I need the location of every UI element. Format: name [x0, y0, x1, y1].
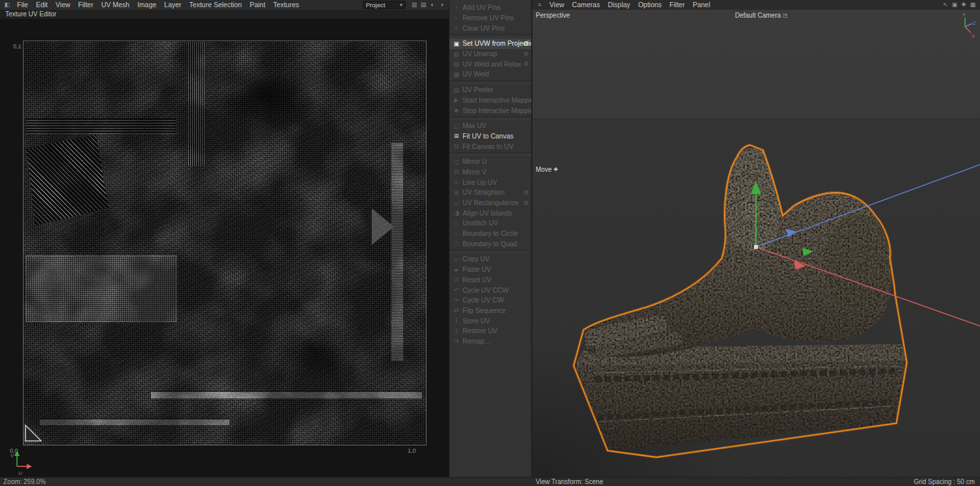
uv-command-clear-uv-pins[interactable]: ×Clear UV Pins [449, 23, 531, 33]
project-dropdown[interactable]: Project ▾ [363, 1, 406, 9]
boundary-quad-icon: □ [452, 240, 461, 247]
uv-canvas[interactable] [23, 40, 427, 446]
uv-command-set-uvw-from-projection[interactable]: ▣Set UVW from Projection⚙ [449, 39, 531, 49]
uv-command-label: Mirror V [463, 169, 487, 176]
viewport-menu-view[interactable]: View [546, 0, 568, 10]
viewport-menu-display[interactable]: Display [604, 0, 634, 10]
uv-command-boundary-to-circle[interactable]: ○Boundary to Circle [449, 229, 531, 239]
hamburger-icon[interactable]: ≡ [535, 0, 544, 10]
uv-command-label: Reset UV [463, 276, 491, 284]
y-axis-handle[interactable] [751, 181, 761, 194]
checkbox-icon: ▣ [452, 40, 461, 47]
uv-command-boundary-to-quad[interactable]: □Boundary to Quad [449, 238, 531, 249]
grid-spacing-status: Grid Spacing : 50 cm [914, 478, 975, 485]
viewport-menu: ViewCamerasDisplayOptionsFilterPanel [546, 0, 714, 10]
uv-command-copy-uv[interactable]: ▱Copy UV [449, 254, 531, 265]
uv-command-paste-uv[interactable]: ▰Paste UV [449, 265, 531, 275]
viewport-menu-cameras[interactable]: Cameras [568, 0, 604, 10]
uv-command-label: Copy UV [463, 255, 489, 263]
uv-command-fit-uv-to-canvas[interactable]: ⊞Fit UV to Canvas [449, 131, 531, 142]
uv-command-add-uv-pins[interactable]: +Add UV Pins [449, 3, 531, 13]
uv-command-unstitch-uv[interactable]: ◇Unstitch UV [449, 218, 531, 229]
uv-command-stop-interactive-mapping[interactable]: ■Stop Interactive Mapping [449, 105, 531, 116]
max-uv-icon: ◱ [452, 123, 461, 129]
uv-island-patch [40, 419, 229, 425]
uv-island-patch [188, 42, 204, 166]
uv-gap-patch [272, 322, 376, 381]
command-separator [449, 34, 531, 37]
uv-island-patch [25, 118, 176, 134]
uv-command-reset-uv[interactable]: ↺Reset UV [449, 275, 531, 285]
grid-icon[interactable]: ▦ [968, 0, 977, 10]
uv-command-align-uv-islands[interactable]: ◨Align UV Islands [449, 208, 531, 218]
menu-image[interactable]: Image [133, 0, 160, 10]
gear-icon[interactable]: ⚙ [523, 198, 529, 208]
pointer-icon[interactable]: ↖ [941, 0, 950, 10]
y-axis-label: Y [962, 12, 966, 18]
menu-layer[interactable]: Layer [160, 0, 185, 10]
unstitch-icon: ◇ [452, 220, 461, 227]
view-label[interactable]: Perspective [536, 12, 570, 19]
menu-uv-mesh[interactable]: UV Mesh [97, 0, 133, 10]
view-axis-gizmo[interactable]: Y Z X [955, 11, 977, 40]
gradation-icon[interactable]: ▤ [419, 0, 428, 10]
application-window: ◧ FileEditViewFilterUV MeshImageLayerTex… [0, 0, 980, 486]
menu-texture-selection[interactable]: Texture Selection [186, 0, 246, 10]
uv-command-uv-rectangularize[interactable]: ▭UV Rectangularize⚙ [449, 198, 531, 208]
uv-island-patch [27, 135, 108, 226]
uv-command-uv-straighten[interactable]: ≣UV Straighten⚙ [449, 187, 531, 198]
window-layout-icon[interactable]: ◧ [3, 0, 12, 10]
uv-command-store-uv[interactable]: ↧Store UV [449, 316, 531, 326]
uv-command-remove-uv-pins[interactable]: −Remove UV Pins [449, 13, 531, 24]
uv-command-mirror-u[interactable]: ◫Mirror U [449, 157, 531, 167]
uv-coordinate-label-bottom-right: 1,0 [408, 447, 416, 454]
lock-icon[interactable]: ▣ [950, 0, 959, 10]
gear-icon[interactable]: ⚙ [523, 59, 529, 69]
gear-icon[interactable]: ⚙ [523, 39, 529, 49]
uv-command-restore-uv[interactable]: ↥Restore UV [449, 326, 531, 336]
uv-command-uv-peeler[interactable]: ▤UV Peeler [449, 85, 531, 95]
uv-command-uv-weld[interactable]: ▦UV Weld [449, 69, 531, 80]
menu-filter[interactable]: Filter [74, 0, 97, 10]
mirror-u-icon: ◫ [452, 159, 461, 165]
uv-command-mirror-v[interactable]: ⊟Mirror V [449, 167, 531, 178]
sphinx-model[interactable] [532, 10, 980, 477]
uv-command-max-uv[interactable]: ◱Max UV [449, 121, 531, 131]
unwrap-icon: ▨ [452, 51, 461, 57]
menu-view[interactable]: View [52, 0, 74, 10]
x-axis-handle[interactable] [794, 261, 806, 270]
uv-command-line-up-uv[interactable]: ≡Line Up UV [449, 177, 531, 187]
uv-command-cycle-uv-ccw[interactable]: ↶Cycle UV CCW [449, 285, 531, 295]
compare-a-icon[interactable]: ◐ [428, 0, 437, 10]
uv-command-remap[interactable]: ⇉Remap... [449, 336, 531, 347]
straighten-icon: ≣ [452, 189, 461, 196]
tool-label: Move ✚ [536, 166, 558, 173]
camera-label[interactable]: Default Camera ◳ [735, 12, 788, 19]
menu-textures[interactable]: Textures [269, 0, 303, 10]
camera-swap-icon[interactable]: ◳ [783, 12, 788, 18]
gear-icon[interactable]: ⚙ [523, 187, 529, 198]
axes-icon[interactable]: ✚ [959, 0, 968, 10]
perspective-viewport[interactable]: Perspective Default Camera ◳ Move ✚ Y Z … [532, 10, 980, 477]
histogram-icon[interactable]: ▥ [410, 0, 419, 10]
boundary-circle-icon: ○ [452, 231, 461, 237]
viewport-menu-options[interactable]: Options [634, 0, 666, 10]
screen-handle[interactable] [802, 248, 813, 256]
viewport-menu-filter[interactable]: Filter [666, 0, 689, 10]
uv-command-start-interactive-mapping[interactable]: ▶Start Interactive Mapping [449, 95, 531, 106]
compare-b-icon[interactable]: ◑ [437, 0, 446, 10]
viewport-menu-panel[interactable]: Panel [689, 0, 714, 10]
menu-file[interactable]: File [13, 0, 32, 10]
menu-paint[interactable]: Paint [246, 0, 269, 10]
uv-command-uv-unwrap[interactable]: ▨UV Unwrap⚙ [449, 49, 531, 59]
uv-command-fit-canvas-to-uv[interactable]: ⊟Fit Canvas to UV [449, 141, 531, 152]
z-axis-handle[interactable] [786, 229, 797, 237]
menu-edit[interactable]: Edit [32, 0, 52, 10]
uv-commands-list: +Add UV Pins−Remove UV Pins×Clear UV Pin… [449, 3, 531, 346]
uv-command-uv-weld-and-relax[interactable]: ▧UV Weld and Relax⚙ [449, 59, 531, 69]
move-gizmo[interactable] [532, 10, 980, 477]
viewport-toolbar-icons: ↖▣✚▦ [941, 0, 977, 10]
gear-icon[interactable]: ⚙ [523, 49, 529, 59]
uv-command-cycle-uv-cw[interactable]: ↷Cycle UV CW [449, 295, 531, 306]
uv-command-flip-sequence[interactable]: ⇄Flip Sequence [449, 306, 531, 316]
